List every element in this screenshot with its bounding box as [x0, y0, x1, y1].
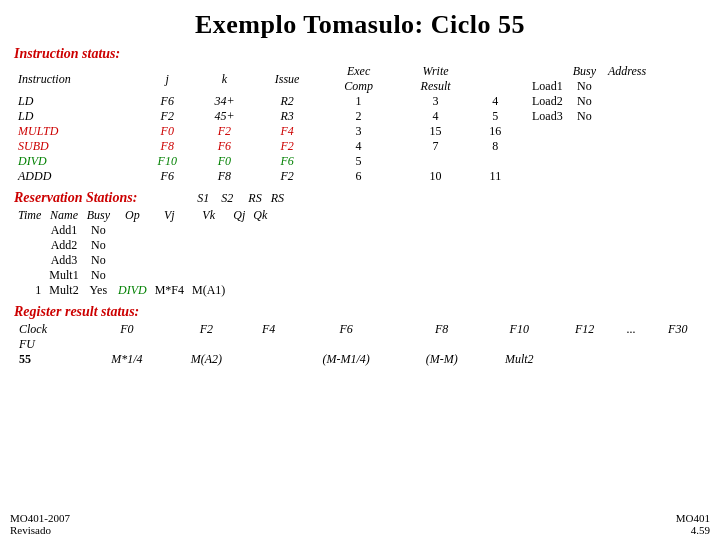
rs-busy: No [83, 238, 114, 253]
rs-vk [188, 223, 229, 238]
instr-name: MULTD [14, 124, 139, 139]
rs-qj [229, 238, 249, 253]
rs-qj [229, 253, 249, 268]
table-row: LD F2 45+ R3 2 4 5 [14, 109, 516, 124]
reg-col-header: F2 [167, 322, 247, 337]
th-exec: ExecComp [321, 64, 397, 94]
reg-fu-value [167, 337, 247, 352]
instr-k: F0 [195, 154, 253, 169]
reg-value: M(A2) [167, 352, 247, 367]
rs-qk [249, 283, 271, 298]
reg-col-header: F6 [291, 322, 401, 337]
reg-col-header: F0 [87, 322, 167, 337]
instr-k: 34+ [195, 94, 253, 109]
th-rs-vj: Vj [151, 208, 188, 223]
rs-time [14, 238, 45, 253]
th-clock: Clock [14, 322, 87, 337]
rs-vk: M(A1) [188, 283, 229, 298]
instr-write: 8 [475, 139, 516, 154]
th-rs-vk: Vk [188, 208, 229, 223]
instr-issue-reg: R3 [253, 109, 320, 124]
reg-result-table: Clock F0F2F4F6F8F10F12...F30 FU 55 M*1/4… [14, 322, 706, 367]
instr-j: F10 [139, 154, 195, 169]
rs-vj [151, 268, 188, 283]
rs-vk [188, 238, 229, 253]
instr-issue-reg: R2 [253, 94, 320, 109]
table-row: Add3 No [14, 253, 271, 268]
lb-address [602, 94, 652, 109]
instr-issue-reg: F4 [253, 124, 320, 139]
rs-busy: No [83, 223, 114, 238]
th-k: k [195, 64, 253, 94]
th-lb-name [526, 64, 567, 79]
rs-time: 1 [14, 283, 45, 298]
reg-value [649, 352, 706, 367]
instruction-status-title: Instruction status: [14, 46, 516, 62]
instr-name: SUBD [14, 139, 139, 154]
reg-value: M*1/4 [87, 352, 167, 367]
rs-op [114, 223, 151, 238]
instr-issue-num: 2 [321, 109, 397, 124]
rs-vj [151, 223, 188, 238]
th-issue: Issue [253, 64, 320, 94]
instr-issue-reg: F2 [253, 139, 320, 154]
rs-time [14, 253, 45, 268]
page-title: Exemplo Tomasulo: Ciclo 55 [0, 0, 720, 46]
instr-k: F6 [195, 139, 253, 154]
th-instruction: Instruction [14, 64, 139, 94]
rs-busy: No [83, 253, 114, 268]
instr-k: F2 [195, 124, 253, 139]
reg-fu-value [613, 337, 650, 352]
reg-fu-value [649, 337, 706, 352]
reg-value: Mult2 [482, 352, 556, 367]
instr-write: 5 [475, 109, 516, 124]
lb-address [602, 79, 652, 94]
th-lb-address: Address [602, 64, 652, 79]
instr-write [475, 154, 516, 169]
table-row: SUBD F8 F6 F2 4 7 8 [14, 139, 516, 154]
instr-exec: 10 [396, 169, 474, 184]
load-buffer-table: Busy Address Load1 No Load2 No Load3 No [526, 64, 652, 124]
lb-busy: No [567, 94, 602, 109]
th-rs-qk: Qk [249, 208, 271, 223]
rs-op [114, 238, 151, 253]
lb-name: Load2 [526, 94, 567, 109]
list-item: Load3 No [526, 109, 652, 124]
rs-title: Reservation Stations: [14, 190, 137, 206]
rs-busy: Yes [83, 283, 114, 298]
table-row: Add1 No [14, 223, 271, 238]
th-lb-busy: Busy [567, 64, 602, 79]
reg-title: Register result status: [14, 304, 706, 320]
reg-fu-label: FU [14, 337, 87, 352]
reg-clock-val: 55 [14, 352, 87, 367]
table-row: LD F6 34+ R2 1 3 4 [14, 94, 516, 109]
table-row: Add2 No [14, 238, 271, 253]
lb-busy: No [567, 79, 602, 94]
instr-exec [396, 154, 474, 169]
reg-col-header: F4 [246, 322, 291, 337]
rs-qk [249, 223, 271, 238]
rs-name: Mult1 [45, 268, 82, 283]
instr-name: LD [14, 109, 139, 124]
lb-name: Load3 [526, 109, 567, 124]
instr-j: F2 [139, 109, 195, 124]
table-row: 1 Mult2 Yes DIVD M*F4 M(A1) [14, 283, 271, 298]
lb-address [602, 109, 652, 124]
instr-issue-num: 5 [321, 154, 397, 169]
instr-k: F8 [195, 169, 253, 184]
th-rs-qj: Qj [229, 208, 249, 223]
th-rs-busy: Busy [83, 208, 114, 223]
instr-issue-reg: F6 [253, 154, 320, 169]
reg-col-header: F12 [556, 322, 612, 337]
rs-op [114, 253, 151, 268]
rs-vk [188, 268, 229, 283]
table-row: DIVD F10 F0 F6 5 [14, 154, 516, 169]
instruction-status-table: Instruction j k Issue ExecComp WriteResu… [14, 64, 516, 184]
rs-qk [249, 253, 271, 268]
th-rs-op: Op [114, 208, 151, 223]
instr-issue-num: 1 [321, 94, 397, 109]
rs-name: Add3 [45, 253, 82, 268]
instr-name: ADDD [14, 169, 139, 184]
reg-col-header: F10 [482, 322, 556, 337]
instr-write: 11 [475, 169, 516, 184]
